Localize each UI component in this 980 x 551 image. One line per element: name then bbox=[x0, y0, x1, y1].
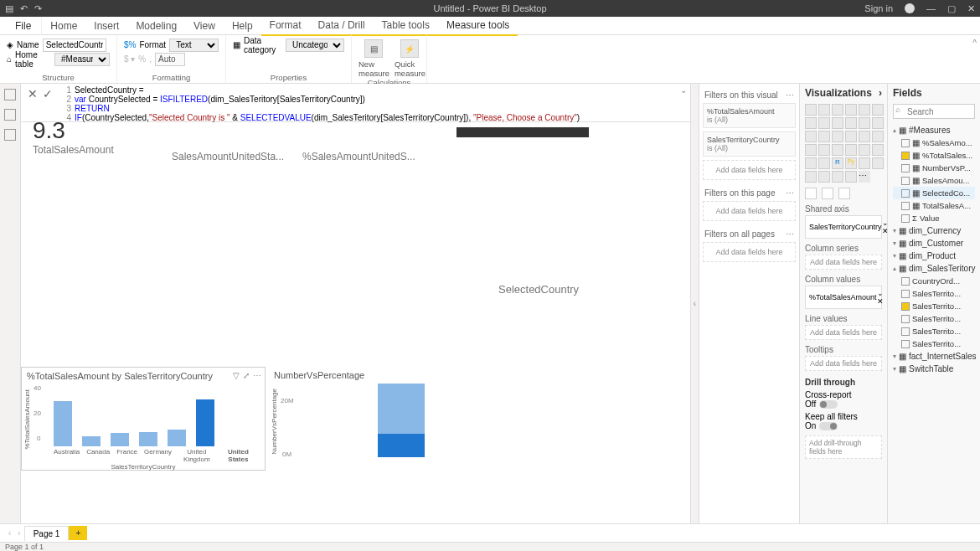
table-salesteritory[interactable]: ▦dim_SalesTeritory bbox=[893, 262, 975, 275]
tooltips-label: Tooltips bbox=[805, 345, 882, 354]
column-series-label: Column series bbox=[805, 244, 882, 253]
viz-expand-icon[interactable]: › bbox=[879, 87, 882, 99]
slicer-bar[interactable] bbox=[456, 127, 589, 137]
menu-data-drill[interactable]: Data / Drill bbox=[310, 16, 374, 36]
format-select[interactable]: Text bbox=[169, 39, 219, 52]
comma-btn: , bbox=[149, 54, 152, 64]
minimize-icon[interactable]: — bbox=[926, 3, 936, 13]
table-fact-internet[interactable]: ▦fact_InternetSales bbox=[893, 350, 975, 363]
bar-germany[interactable] bbox=[139, 432, 157, 446]
shared-axis-well[interactable]: SalesTerritoryCountry⌄ ✕ bbox=[805, 215, 882, 239]
stacked-bar-bottom[interactable] bbox=[378, 434, 425, 457]
add-page-filter[interactable]: Add data fields here bbox=[703, 201, 796, 221]
group-properties: Properties bbox=[233, 73, 344, 83]
table-customer[interactable]: ▦dim_Customer bbox=[893, 237, 975, 250]
page-tab-1[interactable]: Page 1 bbox=[24, 526, 70, 541]
menu-view[interactable]: View bbox=[185, 17, 224, 35]
close-icon[interactable]: ✕ bbox=[967, 3, 975, 14]
total-sales-label: TotalSalesAmount bbox=[33, 144, 114, 156]
fields-tab-icon[interactable] bbox=[805, 188, 817, 199]
menu-table-tools[interactable]: Table tools bbox=[374, 16, 438, 36]
drill-through-header: Drill through bbox=[805, 378, 882, 387]
ribbon-collapse-icon[interactable]: ^ bbox=[969, 35, 980, 83]
filter-card-1[interactable]: %TotalSalesAmountis (All) bbox=[703, 103, 796, 128]
category-icon: ▦ bbox=[233, 40, 240, 49]
menu-home[interactable]: Home bbox=[42, 17, 85, 35]
fields-search-input[interactable] bbox=[893, 104, 975, 119]
viz-gallery[interactable]: RPy ⋯ bbox=[805, 104, 882, 183]
commit-formula-icon[interactable]: ✓ bbox=[43, 87, 53, 100]
page-next-icon[interactable]: › bbox=[14, 528, 23, 538]
bar-australia[interactable] bbox=[54, 401, 72, 446]
drill-through-well[interactable]: Add drill-through fields here bbox=[805, 435, 882, 459]
format-tab-icon[interactable] bbox=[822, 188, 833, 199]
column-series-well[interactable]: Add data fields here bbox=[805, 255, 882, 270]
keep-filters-toggle[interactable] bbox=[819, 422, 838, 430]
maximize-icon[interactable]: ▢ bbox=[947, 3, 956, 14]
redo-icon[interactable]: ↷ bbox=[34, 3, 42, 14]
cross-report-toggle[interactable] bbox=[819, 400, 838, 409]
bar-uk[interactable] bbox=[168, 430, 186, 446]
tooltips-well[interactable]: Add data fields here bbox=[805, 356, 882, 371]
menu-help[interactable]: Help bbox=[224, 17, 261, 35]
formula-expand-icon[interactable]: ⌄ bbox=[680, 85, 687, 95]
cancel-formula-icon[interactable]: ✕ bbox=[28, 87, 38, 100]
add-all-filter[interactable]: Add data fields here bbox=[703, 242, 796, 262]
column-values-well[interactable]: %TotalSalesAmount⌄ ✕ bbox=[805, 286, 882, 309]
filters-more-icon-2[interactable]: ⋯ bbox=[786, 188, 794, 198]
avatar[interactable] bbox=[905, 3, 915, 13]
bar-us[interactable] bbox=[196, 399, 214, 446]
selected-country-card: SelectedCountry bbox=[498, 283, 579, 296]
new-measure-button[interactable]: ▤New measure bbox=[358, 39, 389, 78]
table-switch[interactable]: ▦SwitchTable bbox=[893, 363, 975, 375]
chart2-y-axis-title: NumberVsPercentage bbox=[271, 389, 278, 455]
chart-more-icon[interactable]: ⋯ bbox=[253, 371, 261, 380]
filter-card-2[interactable]: SalesTerritoryCountryis (All) bbox=[703, 131, 796, 157]
add-page-button[interactable]: + bbox=[69, 526, 87, 540]
name-input[interactable] bbox=[43, 39, 106, 52]
filters-more-icon[interactable]: ⋯ bbox=[786, 90, 794, 100]
x-canada: Canada bbox=[86, 448, 110, 463]
line-values-well[interactable]: Add data fields here bbox=[805, 325, 882, 340]
menu-file[interactable]: File bbox=[7, 17, 42, 35]
card-value: 9.3 bbox=[33, 117, 65, 144]
menu-format[interactable]: Format bbox=[261, 16, 310, 36]
menu-modeling[interactable]: Modeling bbox=[127, 17, 185, 35]
save-icon[interactable]: ▤ bbox=[5, 3, 13, 14]
formula-editor[interactable]: 1SelectedCountry = 2var CountrySelected … bbox=[59, 84, 690, 121]
field-selected-country[interactable]: ▦SelectedCo... bbox=[893, 187, 975, 199]
data-category-select[interactable]: Uncategorized bbox=[286, 39, 344, 52]
chart-filter-icon[interactable]: ▽ bbox=[233, 371, 240, 380]
x-us: United States bbox=[222, 448, 255, 463]
add-visual-filter[interactable]: Add data fields here bbox=[703, 160, 796, 180]
bar-france[interactable] bbox=[111, 433, 129, 446]
chart-focus-icon[interactable]: ⤢ bbox=[243, 371, 250, 380]
home-table-select[interactable]: #Measures bbox=[54, 53, 110, 66]
report-view-icon[interactable] bbox=[4, 89, 16, 100]
fields-title: Fields bbox=[893, 87, 975, 99]
cross-report-label: Cross-report bbox=[805, 390, 882, 399]
window-title: Untitled - Power BI Desktop bbox=[433, 3, 546, 13]
filters-more-icon-3[interactable]: ⋯ bbox=[786, 229, 794, 239]
signin-link[interactable]: Sign in bbox=[864, 3, 893, 13]
measure-icon: ▦ bbox=[912, 188, 920, 198]
page-prev-icon[interactable]: ‹ bbox=[5, 528, 14, 538]
menu-measure-tools[interactable]: Measure tools bbox=[438, 16, 518, 36]
x-france: France bbox=[116, 448, 137, 463]
bar-canada[interactable] bbox=[82, 436, 101, 446]
table-currency[interactable]: ▦dim_Currency bbox=[893, 224, 975, 237]
undo-icon[interactable]: ↶ bbox=[20, 3, 28, 14]
bar-chart[interactable] bbox=[44, 388, 265, 446]
chart1-title: %TotalSalesAmount by SalesTerritoryCount… bbox=[22, 368, 265, 384]
menu-insert[interactable]: Insert bbox=[85, 17, 127, 35]
y-tick-0: 0 bbox=[37, 435, 40, 442]
data-view-icon[interactable] bbox=[4, 109, 16, 121]
home-table-label: Home table bbox=[15, 50, 51, 69]
model-view-icon[interactable] bbox=[4, 129, 16, 141]
table-measures[interactable]: ▦#Measures bbox=[893, 124, 975, 136]
filters-all-header: Filters on all pages bbox=[704, 229, 775, 239]
line-values-label: Line values bbox=[805, 314, 882, 323]
table-product[interactable]: ▦dim_Product bbox=[893, 250, 975, 262]
quick-measure-button[interactable]: ⚡Quick measure bbox=[395, 39, 426, 78]
analytics-tab-icon[interactable] bbox=[838, 188, 850, 199]
